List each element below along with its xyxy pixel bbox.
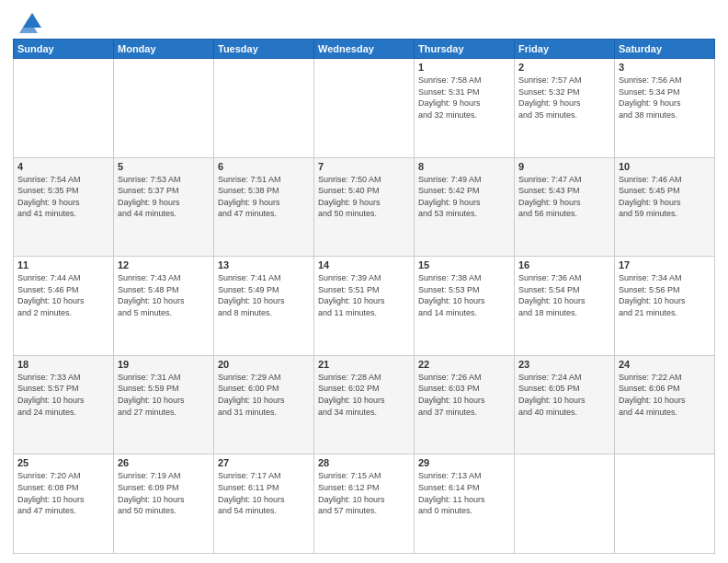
calendar-cell: 27Sunrise: 7:17 AM Sunset: 6:11 PM Dayli…	[214, 454, 314, 554]
calendar-cell: 20Sunrise: 7:29 AM Sunset: 6:00 PM Dayli…	[214, 355, 314, 454]
calendar-cell: 25Sunrise: 7:20 AM Sunset: 6:08 PM Dayli…	[14, 454, 114, 554]
calendar-cell: 13Sunrise: 7:41 AM Sunset: 5:49 PM Dayli…	[214, 257, 314, 356]
day-number: 18	[17, 359, 109, 370]
calendar-cell	[214, 59, 314, 158]
day-number: 5	[118, 161, 210, 172]
calendar-cell: 16Sunrise: 7:36 AM Sunset: 5:54 PM Dayli…	[515, 257, 615, 356]
calendar-week-2: 11Sunrise: 7:44 AM Sunset: 5:46 PM Dayli…	[14, 257, 715, 356]
day-number: 19	[118, 359, 210, 370]
header	[13, 9, 715, 33]
calendar-cell	[515, 454, 615, 554]
day-number: 9	[518, 161, 610, 172]
day-info: Sunrise: 7:24 AM Sunset: 6:05 PM Dayligh…	[518, 372, 610, 418]
day-info: Sunrise: 7:38 AM Sunset: 5:53 PM Dayligh…	[418, 272, 510, 318]
calendar-cell: 26Sunrise: 7:19 AM Sunset: 6:09 PM Dayli…	[114, 454, 214, 554]
logo	[13, 13, 41, 33]
day-info: Sunrise: 7:44 AM Sunset: 5:46 PM Dayligh…	[17, 272, 109, 318]
day-info: Sunrise: 7:29 AM Sunset: 6:00 PM Dayligh…	[218, 372, 310, 418]
day-number: 7	[318, 161, 410, 172]
day-number: 12	[118, 259, 210, 270]
calendar-cell: 8Sunrise: 7:49 AM Sunset: 5:42 PM Daylig…	[415, 157, 515, 257]
day-number: 27	[218, 457, 310, 468]
calendar-cell: 12Sunrise: 7:43 AM Sunset: 5:48 PM Dayli…	[114, 257, 214, 356]
calendar-cell: 1Sunrise: 7:58 AM Sunset: 5:31 PM Daylig…	[415, 59, 515, 158]
day-number: 2	[518, 62, 610, 73]
col-tuesday: Tuesday	[214, 40, 314, 59]
day-number: 8	[418, 161, 510, 172]
calendar-cell: 2Sunrise: 7:57 AM Sunset: 5:32 PM Daylig…	[515, 59, 615, 158]
day-info: Sunrise: 7:39 AM Sunset: 5:51 PM Dayligh…	[318, 272, 410, 318]
day-info: Sunrise: 7:47 AM Sunset: 5:43 PM Dayligh…	[518, 174, 610, 220]
day-info: Sunrise: 7:15 AM Sunset: 6:12 PM Dayligh…	[318, 470, 410, 516]
col-thursday: Thursday	[415, 40, 515, 59]
calendar-cell: 21Sunrise: 7:28 AM Sunset: 6:02 PM Dayli…	[314, 355, 415, 454]
calendar-cell	[14, 59, 114, 158]
calendar-cell: 17Sunrise: 7:34 AM Sunset: 5:56 PM Dayli…	[615, 257, 715, 356]
day-number: 28	[318, 457, 410, 468]
day-info: Sunrise: 7:19 AM Sunset: 6:09 PM Dayligh…	[118, 470, 210, 516]
logo-icon	[16, 9, 41, 33]
calendar-cell: 22Sunrise: 7:26 AM Sunset: 6:03 PM Dayli…	[415, 355, 515, 454]
calendar-cell: 14Sunrise: 7:39 AM Sunset: 5:51 PM Dayli…	[314, 257, 415, 356]
day-number: 21	[318, 359, 410, 370]
day-info: Sunrise: 7:58 AM Sunset: 5:31 PM Dayligh…	[418, 75, 510, 121]
day-info: Sunrise: 7:33 AM Sunset: 5:57 PM Dayligh…	[17, 372, 109, 418]
calendar-cell: 11Sunrise: 7:44 AM Sunset: 5:46 PM Dayli…	[14, 257, 114, 356]
calendar-cell: 28Sunrise: 7:15 AM Sunset: 6:12 PM Dayli…	[314, 454, 415, 554]
col-saturday: Saturday	[615, 40, 715, 59]
day-info: Sunrise: 7:22 AM Sunset: 6:06 PM Dayligh…	[619, 372, 711, 418]
day-info: Sunrise: 7:57 AM Sunset: 5:32 PM Dayligh…	[518, 75, 610, 121]
calendar-cell	[314, 59, 415, 158]
day-info: Sunrise: 7:41 AM Sunset: 5:49 PM Dayligh…	[218, 272, 310, 318]
day-number: 24	[619, 359, 711, 370]
day-number: 22	[418, 359, 510, 370]
col-monday: Monday	[114, 40, 214, 59]
calendar-cell: 4Sunrise: 7:54 AM Sunset: 5:35 PM Daylig…	[14, 157, 114, 257]
calendar-cell: 19Sunrise: 7:31 AM Sunset: 5:59 PM Dayli…	[114, 355, 214, 454]
day-number: 10	[619, 161, 711, 172]
calendar-cell: 18Sunrise: 7:33 AM Sunset: 5:57 PM Dayli…	[14, 355, 114, 454]
day-number: 1	[418, 62, 510, 73]
calendar-cell: 7Sunrise: 7:50 AM Sunset: 5:40 PM Daylig…	[314, 157, 415, 257]
day-info: Sunrise: 7:50 AM Sunset: 5:40 PM Dayligh…	[318, 174, 410, 220]
day-number: 13	[218, 259, 310, 270]
day-info: Sunrise: 7:31 AM Sunset: 5:59 PM Dayligh…	[118, 372, 210, 418]
logo-text	[13, 13, 41, 33]
day-info: Sunrise: 7:26 AM Sunset: 6:03 PM Dayligh…	[418, 372, 510, 418]
day-number: 17	[619, 259, 711, 270]
day-info: Sunrise: 7:17 AM Sunset: 6:11 PM Dayligh…	[218, 470, 310, 516]
calendar-week-1: 4Sunrise: 7:54 AM Sunset: 5:35 PM Daylig…	[14, 157, 715, 257]
calendar-cell: 23Sunrise: 7:24 AM Sunset: 6:05 PM Dayli…	[515, 355, 615, 454]
calendar-header-row: Sunday Monday Tuesday Wednesday Thursday…	[14, 40, 715, 59]
day-number: 29	[418, 457, 510, 468]
day-number: 11	[17, 259, 109, 270]
calendar-cell: 15Sunrise: 7:38 AM Sunset: 5:53 PM Dayli…	[415, 257, 515, 356]
calendar-cell: 9Sunrise: 7:47 AM Sunset: 5:43 PM Daylig…	[515, 157, 615, 257]
calendar-cell	[114, 59, 214, 158]
day-info: Sunrise: 7:53 AM Sunset: 5:37 PM Dayligh…	[118, 174, 210, 220]
day-info: Sunrise: 7:43 AM Sunset: 5:48 PM Dayligh…	[118, 272, 210, 318]
col-friday: Friday	[515, 40, 615, 59]
day-info: Sunrise: 7:49 AM Sunset: 5:42 PM Dayligh…	[418, 174, 510, 220]
calendar-cell	[615, 454, 715, 554]
day-info: Sunrise: 7:54 AM Sunset: 5:35 PM Dayligh…	[17, 174, 109, 220]
day-info: Sunrise: 7:56 AM Sunset: 5:34 PM Dayligh…	[619, 75, 711, 121]
day-number: 16	[518, 259, 610, 270]
day-number: 23	[518, 359, 610, 370]
calendar-week-4: 25Sunrise: 7:20 AM Sunset: 6:08 PM Dayli…	[14, 454, 715, 554]
calendar-week-3: 18Sunrise: 7:33 AM Sunset: 5:57 PM Dayli…	[14, 355, 715, 454]
day-number: 14	[318, 259, 410, 270]
day-number: 20	[218, 359, 310, 370]
day-number: 6	[218, 161, 310, 172]
day-number: 15	[418, 259, 510, 270]
calendar-cell: 10Sunrise: 7:46 AM Sunset: 5:45 PM Dayli…	[615, 157, 715, 257]
day-info: Sunrise: 7:36 AM Sunset: 5:54 PM Dayligh…	[518, 272, 610, 318]
day-number: 4	[17, 161, 109, 172]
day-number: 26	[118, 457, 210, 468]
calendar-cell: 24Sunrise: 7:22 AM Sunset: 6:06 PM Dayli…	[615, 355, 715, 454]
day-number: 3	[619, 62, 711, 73]
calendar-cell: 29Sunrise: 7:13 AM Sunset: 6:14 PM Dayli…	[415, 454, 515, 554]
day-info: Sunrise: 7:46 AM Sunset: 5:45 PM Dayligh…	[619, 174, 711, 220]
day-info: Sunrise: 7:51 AM Sunset: 5:38 PM Dayligh…	[218, 174, 310, 220]
col-sunday: Sunday	[14, 40, 114, 59]
